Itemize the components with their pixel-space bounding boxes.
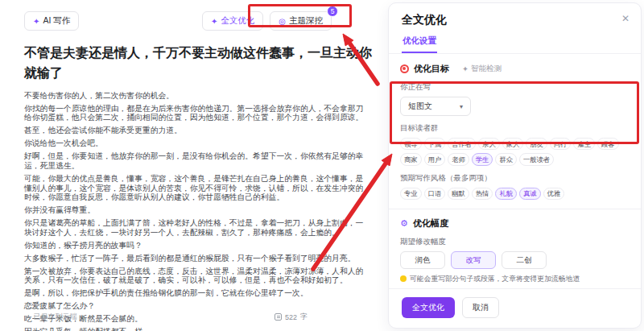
style-tag-selected[interactable]: 真诚 (519, 188, 541, 200)
audience-tag[interactable]: 商家 (400, 153, 422, 165)
audience-tag[interactable]: 用户 (424, 153, 446, 165)
audience-tag[interactable]: 老师 (448, 153, 469, 165)
goal-section-title: 优化目标 (414, 63, 449, 75)
panel-tabs: 优化设置 (389, 29, 641, 54)
style-tag[interactable]: 口语 (424, 188, 446, 200)
paragraph: 大多数猴子，忙活了一阵子，最后看到的都是通红的猴屁股，只有一个猴子看到了明亮的月… (24, 254, 369, 263)
rewrite-tip: 可能会重写部分句子或段落，文章将变得更加流畅地道 (400, 275, 631, 283)
paragraph: 你并没有赢得尊重。 (24, 205, 369, 215)
modify-option-rewrite[interactable]: 改写 (451, 251, 496, 269)
paragraph: 你找的每一个原谅他的理由，都是在为后来伤害你的他递刀。第一选择会放弃你的人，不会… (24, 104, 369, 123)
writing-type-value: 短图文 (408, 101, 432, 112)
word-count-icon (275, 313, 282, 321)
full-optimize-panel: 全文优化 ✕ 优化设置 优化目标 ✦ 智能检测 你正在写 短图文 ▾ 目标读者群 (388, 2, 642, 329)
topic-dig-button[interactable]: ◎ 主题深挖 (270, 11, 332, 31)
document-title: 不管是夫妻还是情人，千万不要主动做这件蠢事，一旦主动你就输了 (24, 43, 382, 84)
paragraph: 你说给他一次机会吧。 (24, 139, 369, 148)
audience-tag[interactable]: 群众 (495, 153, 517, 165)
paragraph: 你只是诸葛亮的草船，上面扎满了箭，这种老好人的性格，不过是，拿着一把刀，从身上割… (24, 218, 369, 238)
audience-tag-selected[interactable]: 学生 (472, 153, 493, 165)
scope-section-header: ⚙ 优化幅度 (400, 217, 631, 230)
cancel-button[interactable]: 取消 (462, 297, 499, 318)
ai-write-button[interactable]: ✦ AI 写作 (24, 11, 79, 31)
panel-footer: 全文优化 取消 (389, 288, 641, 328)
audience-label: 目标读者群 (400, 123, 631, 134)
modify-scope-label: 期望修改幅度 (400, 237, 631, 247)
full-optimize-submit-button[interactable]: 全文优化 (402, 297, 455, 318)
rewrite-tip-text: 可能会重写部分句子或段落，文章将变得更加流畅地道 (410, 275, 580, 283)
audience-tag[interactable]: 领导 (400, 138, 422, 150)
paragraph: 第一次被放弃，你要表达自己的底线，态度，反击，这世界，温柔对温柔，凉薄对凉薄，人… (24, 267, 369, 286)
paragraph: 是啊，所以，你把保护手机的责任推给钢化膜的那一刻，它就在你心里碎了一次。 (24, 288, 369, 298)
save-status: ✓ 已保存到云端 (24, 312, 77, 322)
topic-dig-badge: 5 (327, 6, 338, 17)
editor-pane: ✦ AI 写作 ✦ 全文优化 ◎ 主题深挖 5 不管是夫妻还是情人，千万不要主动… (0, 0, 388, 331)
paragraph: 你知道的，猴子捞月亮的故事吗？ (24, 241, 369, 250)
paragraph: 好啊，但是，你要知道，他放弃你的那一刻，是没有给你机会的。希望下一次，你依然有足… (24, 151, 369, 171)
smart-detect-icon: ✦ (462, 64, 469, 73)
chevron-down-icon: ▾ (460, 103, 463, 110)
bulb-icon (400, 275, 407, 282)
style-tag[interactable]: 热情 (472, 188, 493, 200)
word-count-value: 522 (285, 313, 297, 321)
sparkle-icon: ✦ (211, 17, 217, 26)
smart-detect-link[interactable]: ✦ 智能检测 (462, 64, 502, 74)
writing-type-label: 你正在写 (400, 82, 631, 93)
check-icon: ✓ (24, 313, 31, 321)
audience-tag[interactable]: 家人 (502, 138, 524, 150)
modify-option-recreate[interactable]: 二创 (502, 251, 547, 269)
topic-target-icon: ◎ (279, 17, 286, 26)
panel-body: 优化目标 ✦ 智能检测 你正在写 短图文 ▾ 目标读者群 领导 下属 合作者 亲… (389, 54, 641, 288)
word-count: 522 字 (275, 312, 308, 322)
paragraph: 甚至，他还会尝试你能不能承受更重的力道。 (24, 126, 369, 135)
sparkle-plus-icon: ✦ (33, 17, 39, 26)
audience-tag[interactable]: 同行 (550, 138, 572, 150)
panel-title: 全文优化 (402, 13, 628, 27)
audience-tag[interactable]: 亲人 (478, 138, 500, 150)
document-body[interactable]: 不要给伤害你的人，第二次伤害你的机会。 你找的每一个原谅他的理由，都是在为后来伤… (24, 91, 369, 331)
paragraph: 可能，你最大的优点是善良，懂事，宽容，这个善良，是锋芒扎在自己身上的善良，这个懂… (24, 174, 369, 202)
audience-tag[interactable]: 下属 (424, 138, 446, 150)
modify-option-polish[interactable]: 润色 (400, 251, 445, 269)
app-window: ✦ AI 写作 ✦ 全文优化 ◎ 主题深挖 5 不管是夫妻还是情人，千万不要主动… (0, 0, 644, 331)
smart-detect-label: 智能检测 (471, 64, 502, 74)
panel-header: 全文优化 ✕ (389, 3, 641, 27)
close-icon[interactable]: ✕ (621, 13, 630, 24)
paragraph: 因为它几乎每一顿的配搭都不一样。 (24, 327, 369, 331)
writing-type-select[interactable]: 短图文 ▾ (400, 97, 471, 116)
style-tag-group: 专业 口语 幽默 热情 礼貌 真诚 优雅 (400, 188, 635, 200)
style-tag[interactable]: 幽默 (448, 188, 469, 200)
modify-scope-options: 润色 改写 二创 (400, 251, 631, 269)
tab-optimize-settings[interactable]: 优化设置 (402, 29, 437, 53)
ai-write-label: AI 写作 (43, 15, 70, 27)
audience-tag[interactable]: 合作者 (448, 138, 476, 150)
style-label: 预期写作风格（最多两项） (400, 173, 631, 184)
full-optimize-button[interactable]: ✦ 全文优化 (202, 11, 263, 31)
style-tag-selected[interactable]: 礼貌 (495, 188, 517, 200)
section-divider (389, 209, 641, 209)
scope-section-title: 优化幅度 (413, 217, 448, 230)
target-icon (400, 64, 409, 73)
audience-tag[interactable]: 朋友 (526, 138, 547, 150)
save-status-label: 已保存到云端 (34, 312, 77, 322)
editor-toolbar: ✦ AI 写作 ✦ 全文优化 ◎ 主题深挖 5 (24, 11, 367, 31)
style-tag[interactable]: 优雅 (543, 188, 565, 200)
paragraph: 恋爱疲腻了怎么办？ (24, 301, 369, 311)
style-tag[interactable]: 专业 (400, 188, 422, 200)
toolbar-right-group: ✦ 全文优化 ◎ 主题深挖 5 (202, 11, 332, 31)
word-count-unit: 字 (300, 312, 308, 322)
gear-icon: ⚙ (400, 219, 408, 228)
paragraph: 不要给伤害你的人，第二次伤害你的机会。 (24, 91, 369, 101)
full-optimize-label: 全文优化 (221, 15, 254, 27)
audience-tag-group: 领导 下属 合作者 亲人 家人 朋友 同行 雇主 顾客 商家 用户 老师 学生 … (400, 138, 635, 166)
topic-dig-wrap: ◎ 主题深挖 5 (270, 11, 332, 31)
audience-tag[interactable]: 一般读者 (519, 153, 554, 165)
audience-tag[interactable]: 雇主 (573, 138, 595, 150)
topic-dig-label: 主题深挖 (289, 15, 323, 27)
goal-section-header: 优化目标 ✦ 智能检测 (400, 63, 631, 75)
audience-tag[interactable]: 顾客 (597, 138, 619, 150)
